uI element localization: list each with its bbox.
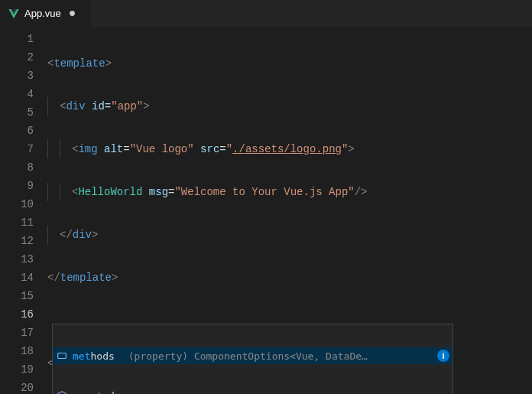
code-line: <div id="app">: [47, 97, 532, 116]
autocomplete-item[interactable]: mounted: [53, 387, 453, 394]
tab-bar: App.vue ●: [0, 0, 532, 27]
method-icon: [56, 389, 68, 394]
editor[interactable]: 1 2 3 4 5 6 7 8 9 10 11 12 13 14 15 16 1…: [0, 27, 532, 394]
code-area[interactable]: <template> <div id="app"> <img alt="Vue …: [47, 27, 532, 394]
autocomplete-label: mounted: [73, 390, 115, 395]
tab-filename: App.vue: [24, 8, 61, 19]
autocomplete-label: methods: [73, 350, 115, 362]
autocomplete-popup[interactable]: methods (property) ComponentOptions<Vue,…: [52, 324, 453, 394]
code-line: <HelloWorld msg="Welcome to Your Vue.js …: [47, 183, 532, 201]
code-line: <img alt="Vue logo" src="./assets/logo.p…: [47, 140, 532, 158]
tab-app-vue[interactable]: App.vue ●: [0, 0, 92, 27]
vue-file-icon: [8, 8, 20, 20]
code-line: </template>: [47, 269, 532, 287]
property-icon: [56, 350, 68, 362]
code-line: </div>: [47, 226, 532, 244]
tab-dirty-indicator: ●: [69, 7, 76, 21]
svg-rect-0: [58, 353, 66, 359]
autocomplete-item[interactable]: methods (property) ComponentOptions<Vue,…: [53, 347, 453, 364]
code-line: <template>: [47, 54, 532, 73]
autocomplete-detail: (property) ComponentOptions<Vue, DataDe…: [128, 350, 428, 362]
line-number-gutter: 1 2 3 4 5 6 7 8 9 10 11 12 13 14 15 16 1…: [0, 27, 47, 394]
info-icon[interactable]: i: [437, 350, 449, 362]
